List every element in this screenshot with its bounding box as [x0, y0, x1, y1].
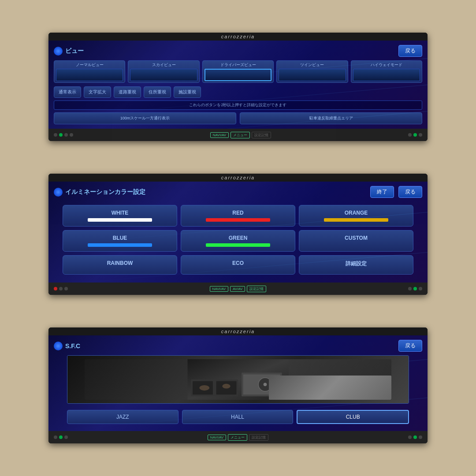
ctrl-av-2[interactable]: AV/AV — [230, 286, 245, 292]
swatch-orange — [324, 218, 388, 222]
color-btn-blue[interactable]: BLUE — [63, 230, 177, 252]
ctrl-dot-4 — [408, 133, 412, 137]
view-btn-twin[interactable]: ツインビュー — [276, 60, 348, 83]
ctrl-menu-3[interactable]: メニュー — [228, 434, 247, 441]
view-btn-normal[interactable]: ノーマルビュー — [54, 60, 125, 83]
ctrl-save-1[interactable]: 設定記憶 — [252, 132, 271, 138]
map-btn-address[interactable]: 住所重視 — [144, 86, 171, 98]
color-btn-white[interactable]: WHITE — [63, 205, 177, 227]
color-label-custom: CUSTOM — [303, 235, 409, 241]
ctrl-group-right-3 — [408, 435, 422, 439]
view-btn-sky-label: スカイビュー — [130, 62, 197, 68]
swatch-white — [88, 218, 152, 222]
bottom-buttons-row: 100mスケール一方通行表示 駐車違反取締重点エリア — [54, 112, 422, 124]
ctrl-group-labels-1: NAVI/AV メニュー 設定記憶 — [210, 132, 271, 138]
svg-point-8 — [199, 385, 209, 390]
color-label-eco: ECO — [185, 260, 291, 266]
brand-bar-2: carrozzeria — [48, 174, 428, 182]
ctrl-save-2[interactable]: 設定記憶 — [247, 286, 266, 292]
back-button-3[interactable]: 戻る — [398, 340, 422, 352]
video-container — [67, 355, 409, 404]
color-btn-green[interactable]: GREEN — [181, 230, 295, 252]
brand-label-2: carrozzeria — [221, 175, 255, 180]
video-content — [85, 359, 392, 400]
controls-bar-1: NAVI/AV メニュー 設定記憶 — [48, 129, 428, 141]
bottom-btn-oneway[interactable]: 100mスケール一方通行表示 — [54, 112, 236, 124]
view-btn-driver[interactable]: ドライバーズビュー — [202, 60, 274, 83]
color-label-blue: BLUE — [67, 235, 173, 241]
view-btn-highway[interactable]: ハイウェイモード — [351, 60, 422, 83]
view-thumb-normal — [56, 69, 123, 81]
end-button-2[interactable]: 終了 — [370, 186, 394, 198]
ctrl-dot-red-2 — [54, 287, 57, 290]
ctrl-navi-2[interactable]: NAVI/AV — [210, 286, 228, 292]
color-btn-red[interactable]: RED — [181, 205, 295, 227]
back-button-1[interactable]: 戻る — [398, 45, 422, 57]
ctrl-menu-1[interactable]: メニュー — [231, 132, 250, 138]
color-label-rainbow: RAINBOW — [67, 260, 173, 266]
sfc-btn-hall[interactable]: HALL — [182, 410, 294, 424]
ctrl-group-right-1 — [408, 133, 422, 137]
color-btn-rainbow[interactable]: RAINBOW — [63, 255, 177, 275]
ctrl-navi-3[interactable]: NAVI/AV — [208, 435, 226, 440]
brand-bar-1: carrozzeria — [48, 33, 428, 41]
color-btn-custom[interactable]: CUSTOM — [299, 230, 413, 252]
sfc-buttons-row: JAZZ HALL CLUB — [54, 407, 422, 427]
ctrl-dot-10 — [54, 435, 57, 439]
screen-title-3: S.F.C — [54, 342, 80, 350]
sfc-btn-club[interactable]: CLUB — [297, 410, 409, 424]
view-thumb-twin — [279, 69, 346, 81]
ctrl-dot-green-1 — [59, 133, 63, 137]
ctrl-save-3[interactable]: 設定記憶 — [249, 434, 268, 441]
screen-icon-2 — [54, 188, 63, 197]
map-btn-normal[interactable]: 通常表示 — [54, 86, 81, 98]
screen-icon-1 — [54, 47, 63, 56]
color-label-red: RED — [185, 210, 291, 216]
back-button-2[interactable]: 戻る — [398, 186, 422, 198]
screen-title-1: ビュー — [54, 47, 84, 56]
color-label-orange: ORANGE — [303, 210, 409, 216]
ctrl-dot-9 — [419, 287, 422, 290]
screen-title-text-3: S.F.C — [65, 342, 80, 350]
map-buttons-row: 通常表示 文字拡大 道路重視 住所重視 施設重視 — [54, 86, 422, 98]
screen-2: イルミネーションカラー設定 終了 戻る WHITE RED ORANGE BLU… — [48, 182, 428, 283]
ctrl-dot-green-3 — [413, 287, 417, 290]
ctrl-dot-6 — [59, 287, 63, 290]
screen-header-3: S.F.C 戻る — [54, 340, 422, 352]
screen-3: S.F.C 戻る — [48, 335, 428, 431]
ctrl-group-left-3 — [54, 435, 68, 439]
ctrl-group-left-2 — [54, 287, 68, 290]
screen-icon-3 — [54, 342, 63, 350]
svg-point-4 — [263, 383, 267, 387]
color-label-detail: 詳細設定 — [303, 260, 409, 268]
ctrl-dot-11 — [64, 435, 68, 439]
color-btn-eco[interactable]: ECO — [181, 255, 295, 275]
ctrl-dot-1 — [54, 133, 57, 137]
ctrl-group-labels-3: NAVI/AV メニュー 設定記憶 — [208, 434, 268, 441]
ctrl-dot-green-4 — [59, 435, 63, 439]
screen-header-2: イルミネーションカラー設定 終了 戻る — [54, 186, 422, 198]
view-thumb-highway — [353, 69, 420, 81]
video-overlay — [67, 356, 409, 403]
bottom-btn-parking[interactable]: 駐車違反取締重点エリア — [240, 112, 422, 124]
swatch-red — [206, 218, 270, 222]
swatch-blue — [88, 243, 152, 247]
controls-bar-3: NAVI/AV メニュー 設定記憶 — [48, 431, 428, 443]
info-text-1: これらのボタンを2秒以上押すと詳細な設定ができます — [54, 100, 422, 110]
sfc-btn-jazz[interactable]: JAZZ — [67, 410, 178, 424]
head-unit-2: carrozzeria イルミネーションカラー設定 終了 戻る WHITE RE… — [48, 174, 428, 295]
ctrl-dot-13 — [419, 435, 422, 439]
screen-title-2: イルミネーションカラー設定 — [54, 188, 145, 197]
view-thumb-driver — [205, 69, 271, 81]
map-btn-facility[interactable]: 施設重視 — [174, 86, 201, 98]
color-btn-orange[interactable]: ORANGE — [299, 205, 413, 227]
ctrl-group-left-1 — [54, 133, 73, 137]
view-btn-sky[interactable]: スカイビュー — [128, 60, 199, 83]
map-btn-enlarge[interactable]: 文字拡大 — [84, 86, 111, 98]
color-btn-detail[interactable]: 詳細設定 — [299, 255, 413, 275]
view-btn-normal-label: ノーマルビュー — [56, 62, 123, 68]
brand-bar-3: carrozzeria — [48, 327, 428, 335]
ctrl-navi-1[interactable]: NAVI/AV — [210, 132, 229, 138]
brand-label-3: carrozzeria — [221, 329, 255, 334]
map-btn-road[interactable]: 道路重視 — [114, 86, 141, 98]
